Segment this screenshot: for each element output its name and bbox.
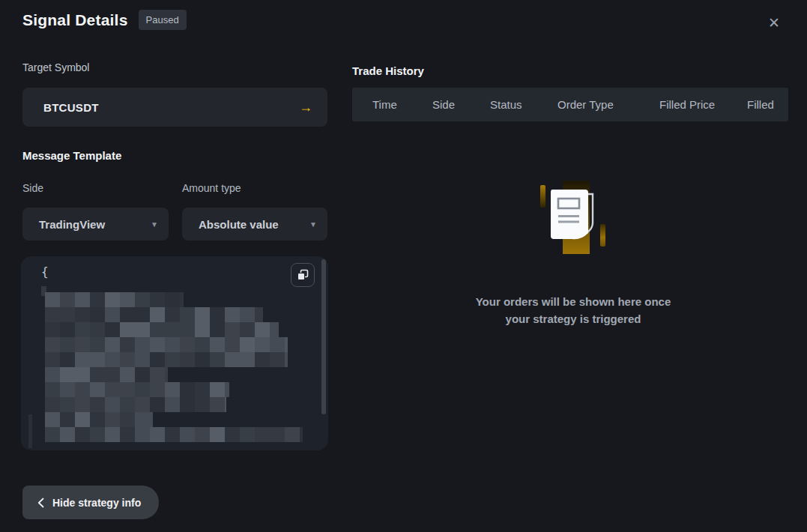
redacted-code-mosaic xyxy=(45,292,303,442)
empty-state-message: Your orders will be shown here once your… xyxy=(352,293,794,327)
target-symbol-label: Target Symbol xyxy=(22,61,89,73)
close-button[interactable]: ✕ xyxy=(764,12,785,33)
copy-button[interactable] xyxy=(291,263,315,287)
chevron-down-icon: ▼ xyxy=(309,220,317,229)
hide-strategy-info-label: Hide strategy info xyxy=(52,497,141,509)
modal-header: Signal Details Paused xyxy=(22,10,187,30)
message-template-heading: Message Template xyxy=(22,149,121,162)
column-header-order-type: Order Type xyxy=(557,88,614,121)
side-select[interactable]: TradingView ▼ xyxy=(22,208,169,241)
side-label: Side xyxy=(22,182,43,194)
column-header-status: Status xyxy=(490,88,522,121)
hide-strategy-info-button[interactable]: Hide strategy info xyxy=(22,486,159,519)
column-header-time: Time xyxy=(372,88,397,121)
code-scrollbar-thumb[interactable] xyxy=(321,259,326,414)
copy-icon xyxy=(297,269,309,281)
code-left-strip xyxy=(28,414,32,448)
amount-type-select-value: Absolute value xyxy=(199,218,279,231)
chevron-left-icon xyxy=(37,498,44,508)
chevron-down-icon: ▼ xyxy=(151,220,158,229)
status-badge: Paused xyxy=(139,10,187,30)
amount-type-label: Amount type xyxy=(182,182,241,194)
empty-state-line2: your strategy is triggered xyxy=(352,310,794,327)
close-icon: ✕ xyxy=(768,14,780,31)
column-header-filled: Filled xyxy=(747,88,774,121)
side-select-value: TradingView xyxy=(39,218,105,231)
column-header-side: Side xyxy=(432,88,455,121)
empty-state-line1: Your orders will be shown here once xyxy=(352,293,794,310)
trade-history-heading: Trade History xyxy=(352,64,424,77)
target-symbol-input[interactable]: BTCUSDT → xyxy=(22,88,327,127)
empty-orders-illustration xyxy=(352,179,794,257)
amount-type-select[interactable]: Absolute value ▼ xyxy=(182,208,327,241)
page-title: Signal Details xyxy=(22,11,128,29)
target-symbol-value: BTCUSDT xyxy=(43,101,99,114)
trade-history-header-row: Time Side Status Order Type Filled Price… xyxy=(352,88,788,121)
message-template-code-block[interactable]: { xyxy=(21,256,328,450)
document-illustration-icon xyxy=(536,179,611,257)
arrow-right-icon[interactable]: → xyxy=(299,100,312,115)
code-open-brace: { xyxy=(41,265,49,279)
column-header-filled-price: Filled Price xyxy=(659,88,715,121)
